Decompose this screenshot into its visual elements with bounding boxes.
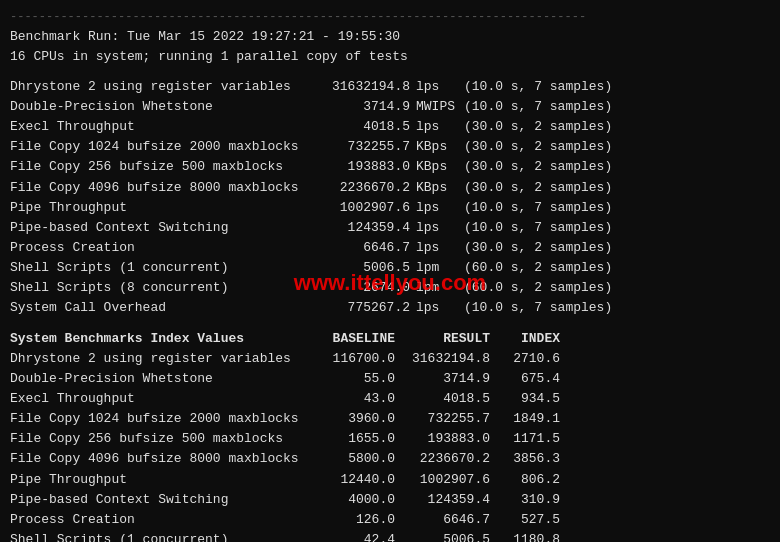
bench-unit: lps [410, 198, 460, 218]
benchmark-row: Shell Scripts (1 concurrent)5006.5lpm(60… [10, 258, 770, 278]
bench-detail: (30.0 s, 2 samples) [460, 178, 612, 198]
index-row-result: 124359.4 [395, 490, 490, 510]
index-row-result: 732255.7 [395, 409, 490, 429]
index-row: Pipe Throughput12440.01002907.6806.2 [10, 470, 770, 490]
index-row-baseline: 116700.0 [315, 349, 395, 369]
bench-unit: lpm [410, 258, 460, 278]
cpu-line: 16 CPUs in system; running 1 parallel co… [10, 47, 770, 67]
run-line: Benchmark Run: Tue Mar 15 2022 19:27:21 … [10, 27, 770, 47]
benchmark-row: Double-Precision Whetstone3714.9MWIPS(10… [10, 97, 770, 117]
index-row-label: Process Creation [10, 510, 315, 530]
bench-value: 5006.5 [315, 258, 410, 278]
index-row-result: 6646.7 [395, 510, 490, 530]
benchmark-row: File Copy 4096 bufsize 8000 maxblocks223… [10, 178, 770, 198]
index-row-index: 806.2 [490, 470, 560, 490]
bench-unit: lpm [410, 278, 460, 298]
bench-value: 1002907.6 [315, 198, 410, 218]
index-row-result: 31632194.8 [395, 349, 490, 369]
bench-detail: (30.0 s, 2 samples) [460, 157, 612, 177]
bench-label: File Copy 1024 bufsize 2000 maxblocks [10, 137, 315, 157]
index-row-index: 1849.1 [490, 409, 560, 429]
bench-detail: (10.0 s, 7 samples) [460, 218, 612, 238]
index-row: Execl Throughput43.04018.5934.5 [10, 389, 770, 409]
index-row-baseline: 3960.0 [315, 409, 395, 429]
index-row-index: 3856.3 [490, 449, 560, 469]
index-row-result: 193883.0 [395, 429, 490, 449]
benchmarks-section: Dhrystone 2 using register variables3163… [10, 77, 770, 319]
bench-unit: lps [410, 298, 460, 318]
index-row-label: Pipe-based Context Switching [10, 490, 315, 510]
index-row-label: Execl Throughput [10, 389, 315, 409]
bench-label: System Call Overhead [10, 298, 315, 318]
index-row-index: 1180.8 [490, 530, 560, 542]
index-header-label: System Benchmarks Index Values [10, 329, 315, 349]
index-header-baseline: BASELINE [315, 329, 395, 349]
index-row-baseline: 55.0 [315, 369, 395, 389]
bench-unit: lps [410, 117, 460, 137]
index-row-label: Pipe Throughput [10, 470, 315, 490]
index-table-header: System Benchmarks Index ValuesBASELINERE… [10, 329, 770, 349]
bench-label: Double-Precision Whetstone [10, 97, 315, 117]
bench-unit: KBps [410, 157, 460, 177]
index-row-result: 1002907.6 [395, 470, 490, 490]
index-row: File Copy 256 bufsize 500 maxblocks1655.… [10, 429, 770, 449]
index-row-index: 310.9 [490, 490, 560, 510]
index-row-index: 934.5 [490, 389, 560, 409]
index-section: System Benchmarks Index ValuesBASELINERE… [10, 329, 770, 542]
index-row-label: Shell Scripts (1 concurrent) [10, 530, 315, 542]
index-row-index: 527.5 [490, 510, 560, 530]
bench-value: 6646.7 [315, 238, 410, 258]
index-header-index: INDEX [490, 329, 560, 349]
top-separator: ----------------------------------------… [10, 8, 770, 27]
bench-detail: (10.0 s, 7 samples) [460, 198, 612, 218]
bench-label: Shell Scripts (1 concurrent) [10, 258, 315, 278]
index-row-index: 675.4 [490, 369, 560, 389]
bench-detail: (30.0 s, 2 samples) [460, 137, 612, 157]
bench-detail: (10.0 s, 7 samples) [460, 97, 612, 117]
benchmark-row: Shell Scripts (8 concurrent)2674.0lpm(60… [10, 278, 770, 298]
index-row-label: File Copy 256 bufsize 500 maxblocks [10, 429, 315, 449]
benchmark-row: Pipe Throughput1002907.6lps(10.0 s, 7 sa… [10, 198, 770, 218]
index-row-label: File Copy 1024 bufsize 2000 maxblocks [10, 409, 315, 429]
bench-value: 732255.7 [315, 137, 410, 157]
bench-unit: lps [410, 77, 460, 97]
index-row-label: File Copy 4096 bufsize 8000 maxblocks [10, 449, 315, 469]
index-row-baseline: 4000.0 [315, 490, 395, 510]
bench-value: 193883.0 [315, 157, 410, 177]
benchmark-row: Dhrystone 2 using register variables3163… [10, 77, 770, 97]
bench-detail: (10.0 s, 7 samples) [460, 77, 612, 97]
benchmark-row: File Copy 1024 bufsize 2000 maxblocks732… [10, 137, 770, 157]
bench-label: Shell Scripts (8 concurrent) [10, 278, 315, 298]
index-row: Double-Precision Whetstone55.03714.9675.… [10, 369, 770, 389]
bench-value: 775267.2 [315, 298, 410, 318]
bench-detail: (10.0 s, 7 samples) [460, 298, 612, 318]
bench-detail: (60.0 s, 2 samples) [460, 258, 612, 278]
bench-value: 124359.4 [315, 218, 410, 238]
bench-unit: lps [410, 218, 460, 238]
index-row-label: Dhrystone 2 using register variables [10, 349, 315, 369]
bench-label: File Copy 4096 bufsize 8000 maxblocks [10, 178, 315, 198]
benchmark-row: Execl Throughput4018.5lps(30.0 s, 2 samp… [10, 117, 770, 137]
index-row-index: 2710.6 [490, 349, 560, 369]
index-row-label: Double-Precision Whetstone [10, 369, 315, 389]
index-row-baseline: 5800.0 [315, 449, 395, 469]
index-row: Dhrystone 2 using register variables1167… [10, 349, 770, 369]
index-row-baseline: 1655.0 [315, 429, 395, 449]
bench-detail: (30.0 s, 2 samples) [460, 238, 612, 258]
bench-label: Execl Throughput [10, 117, 315, 137]
index-row: File Copy 4096 bufsize 8000 maxblocks580… [10, 449, 770, 469]
bench-value: 31632194.8 [315, 77, 410, 97]
bench-unit: KBps [410, 178, 460, 198]
index-row-baseline: 42.4 [315, 530, 395, 542]
index-row: File Copy 1024 bufsize 2000 maxblocks396… [10, 409, 770, 429]
bench-unit: MWIPS [410, 97, 460, 117]
index-row-baseline: 12440.0 [315, 470, 395, 490]
benchmark-row: System Call Overhead775267.2lps(10.0 s, … [10, 298, 770, 318]
bench-label: File Copy 256 bufsize 500 maxblocks [10, 157, 315, 177]
index-row-index: 1171.5 [490, 429, 560, 449]
benchmark-row: Process Creation6646.7lps(30.0 s, 2 samp… [10, 238, 770, 258]
index-row-result: 5006.5 [395, 530, 490, 542]
benchmark-row: File Copy 256 bufsize 500 maxblocks19388… [10, 157, 770, 177]
bench-label: Process Creation [10, 238, 315, 258]
index-row: Process Creation126.06646.7527.5 [10, 510, 770, 530]
